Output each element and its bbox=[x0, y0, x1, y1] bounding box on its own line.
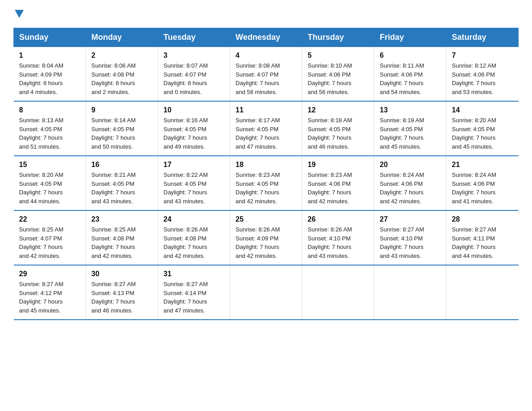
svg-marker-0 bbox=[15, 10, 24, 18]
day-info: Sunrise: 8:26 AM Sunset: 4:09 PM Dayligh… bbox=[236, 225, 296, 260]
calendar-cell: 31Sunrise: 8:27 AM Sunset: 4:14 PM Dayli… bbox=[158, 265, 230, 320]
calendar-cell: 21Sunrise: 8:24 AM Sunset: 4:06 PM Dayli… bbox=[446, 156, 519, 210]
day-number: 12 bbox=[308, 106, 369, 114]
day-number: 30 bbox=[91, 270, 152, 278]
day-info: Sunrise: 8:23 AM Sunset: 4:05 PM Dayligh… bbox=[236, 171, 296, 206]
day-info: Sunrise: 8:18 AM Sunset: 4:05 PM Dayligh… bbox=[308, 116, 369, 151]
logo-triangle-icon bbox=[15, 10, 24, 19]
day-number: 9 bbox=[91, 106, 152, 114]
calendar-cell: 4Sunrise: 8:08 AM Sunset: 4:07 PM Daylig… bbox=[230, 47, 302, 102]
day-number: 7 bbox=[452, 51, 513, 60]
day-info: Sunrise: 8:27 AM Sunset: 4:14 PM Dayligh… bbox=[163, 280, 224, 315]
calendar-week-row: 8Sunrise: 8:13 AM Sunset: 4:05 PM Daylig… bbox=[14, 101, 519, 156]
calendar-cell: 25Sunrise: 8:26 AM Sunset: 4:09 PM Dayli… bbox=[230, 210, 302, 265]
calendar-cell: 28Sunrise: 8:27 AM Sunset: 4:11 PM Dayli… bbox=[446, 210, 519, 265]
day-number: 17 bbox=[163, 161, 224, 169]
day-info: Sunrise: 8:12 AM Sunset: 4:06 PM Dayligh… bbox=[452, 61, 513, 96]
day-info: Sunrise: 8:24 AM Sunset: 4:06 PM Dayligh… bbox=[380, 171, 441, 206]
day-info: Sunrise: 8:10 AM Sunset: 4:06 PM Dayligh… bbox=[308, 61, 369, 96]
calendar-cell: 26Sunrise: 8:26 AM Sunset: 4:10 PM Dayli… bbox=[302, 210, 374, 265]
day-number: 10 bbox=[163, 106, 224, 114]
day-info: Sunrise: 8:27 AM Sunset: 4:13 PM Dayligh… bbox=[91, 280, 152, 315]
day-info: Sunrise: 8:27 AM Sunset: 4:10 PM Dayligh… bbox=[380, 225, 441, 260]
day-info: Sunrise: 8:22 AM Sunset: 4:05 PM Dayligh… bbox=[163, 171, 224, 206]
day-info: Sunrise: 8:07 AM Sunset: 4:07 PM Dayligh… bbox=[163, 61, 224, 96]
calendar-cell bbox=[374, 265, 446, 320]
day-info: Sunrise: 8:17 AM Sunset: 4:05 PM Dayligh… bbox=[236, 116, 296, 151]
day-info: Sunrise: 8:25 AM Sunset: 4:07 PM Dayligh… bbox=[19, 225, 81, 260]
day-info: Sunrise: 8:04 AM Sunset: 4:09 PM Dayligh… bbox=[19, 61, 81, 96]
calendar-table: SundayMondayTuesdayWednesdayThursdayFrid… bbox=[13, 28, 519, 320]
calendar-cell: 1Sunrise: 8:04 AM Sunset: 4:09 PM Daylig… bbox=[14, 47, 86, 102]
day-number: 3 bbox=[163, 51, 224, 60]
day-info: Sunrise: 8:21 AM Sunset: 4:05 PM Dayligh… bbox=[91, 171, 152, 206]
day-info: Sunrise: 8:20 AM Sunset: 4:05 PM Dayligh… bbox=[19, 171, 81, 206]
weekday-header-thursday: Thursday bbox=[302, 28, 374, 47]
calendar-cell: 30Sunrise: 8:27 AM Sunset: 4:13 PM Dayli… bbox=[86, 265, 158, 320]
calendar-cell: 20Sunrise: 8:24 AM Sunset: 4:06 PM Dayli… bbox=[374, 156, 446, 210]
day-number: 8 bbox=[19, 106, 81, 114]
calendar-cell: 6Sunrise: 8:11 AM Sunset: 4:06 PM Daylig… bbox=[374, 47, 446, 102]
day-info: Sunrise: 8:27 AM Sunset: 4:11 PM Dayligh… bbox=[452, 225, 513, 260]
day-number: 4 bbox=[236, 51, 296, 60]
weekday-header-tuesday: Tuesday bbox=[158, 28, 230, 47]
weekday-header-saturday: Saturday bbox=[446, 28, 519, 47]
calendar-cell: 14Sunrise: 8:20 AM Sunset: 4:05 PM Dayli… bbox=[446, 101, 519, 156]
calendar-cell: 12Sunrise: 8:18 AM Sunset: 4:05 PM Dayli… bbox=[302, 101, 374, 156]
calendar-week-row: 22Sunrise: 8:25 AM Sunset: 4:07 PM Dayli… bbox=[14, 210, 519, 265]
weekday-header-sunday: Sunday bbox=[14, 28, 86, 47]
day-info: Sunrise: 8:23 AM Sunset: 4:06 PM Dayligh… bbox=[308, 171, 369, 206]
weekday-header-wednesday: Wednesday bbox=[230, 28, 302, 47]
calendar-week-row: 15Sunrise: 8:20 AM Sunset: 4:05 PM Dayli… bbox=[14, 156, 519, 210]
day-number: 11 bbox=[236, 106, 296, 114]
weekday-header-monday: Monday bbox=[86, 28, 158, 47]
calendar-cell: 2Sunrise: 8:06 AM Sunset: 4:08 PM Daylig… bbox=[86, 47, 158, 102]
day-number: 16 bbox=[91, 161, 152, 169]
day-number: 25 bbox=[236, 215, 296, 223]
day-number: 19 bbox=[308, 161, 369, 169]
calendar-cell: 18Sunrise: 8:23 AM Sunset: 4:05 PM Dayli… bbox=[230, 156, 302, 210]
day-number: 18 bbox=[236, 161, 296, 169]
day-info: Sunrise: 8:08 AM Sunset: 4:07 PM Dayligh… bbox=[236, 61, 296, 96]
day-info: Sunrise: 8:20 AM Sunset: 4:05 PM Dayligh… bbox=[452, 116, 513, 151]
day-info: Sunrise: 8:27 AM Sunset: 4:12 PM Dayligh… bbox=[19, 280, 81, 315]
calendar-cell: 29Sunrise: 8:27 AM Sunset: 4:12 PM Dayli… bbox=[14, 265, 86, 320]
day-number: 13 bbox=[380, 106, 441, 114]
day-info: Sunrise: 8:24 AM Sunset: 4:06 PM Dayligh… bbox=[452, 171, 513, 206]
calendar-cell: 5Sunrise: 8:10 AM Sunset: 4:06 PM Daylig… bbox=[302, 47, 374, 102]
calendar-cell: 24Sunrise: 8:26 AM Sunset: 4:08 PM Dayli… bbox=[158, 210, 230, 265]
day-info: Sunrise: 8:25 AM Sunset: 4:08 PM Dayligh… bbox=[91, 225, 152, 260]
calendar-cell: 17Sunrise: 8:22 AM Sunset: 4:05 PM Dayli… bbox=[158, 156, 230, 210]
day-number: 23 bbox=[91, 215, 152, 223]
day-number: 15 bbox=[19, 161, 81, 169]
calendar-cell: 9Sunrise: 8:14 AM Sunset: 4:05 PM Daylig… bbox=[86, 101, 158, 156]
calendar-cell: 8Sunrise: 8:13 AM Sunset: 4:05 PM Daylig… bbox=[14, 101, 86, 156]
calendar-week-row: 1Sunrise: 8:04 AM Sunset: 4:09 PM Daylig… bbox=[14, 47, 519, 102]
logo bbox=[13, 9, 24, 19]
calendar-cell: 15Sunrise: 8:20 AM Sunset: 4:05 PM Dayli… bbox=[14, 156, 86, 210]
day-number: 21 bbox=[452, 161, 513, 169]
calendar-cell bbox=[230, 265, 302, 320]
day-number: 6 bbox=[380, 51, 441, 60]
calendar-cell: 19Sunrise: 8:23 AM Sunset: 4:06 PM Dayli… bbox=[302, 156, 374, 210]
day-number: 29 bbox=[19, 270, 81, 278]
day-number: 1 bbox=[19, 51, 81, 60]
calendar-cell bbox=[302, 265, 374, 320]
day-number: 26 bbox=[308, 215, 369, 223]
day-number: 5 bbox=[308, 51, 369, 60]
calendar-week-row: 29Sunrise: 8:27 AM Sunset: 4:12 PM Dayli… bbox=[14, 265, 519, 320]
day-number: 2 bbox=[91, 51, 152, 60]
calendar-cell: 23Sunrise: 8:25 AM Sunset: 4:08 PM Dayli… bbox=[86, 210, 158, 265]
calendar-cell bbox=[446, 265, 519, 320]
calendar-cell: 3Sunrise: 8:07 AM Sunset: 4:07 PM Daylig… bbox=[158, 47, 230, 102]
day-number: 14 bbox=[452, 106, 513, 114]
day-info: Sunrise: 8:19 AM Sunset: 4:05 PM Dayligh… bbox=[380, 116, 441, 151]
calendar-cell: 16Sunrise: 8:21 AM Sunset: 4:05 PM Dayli… bbox=[86, 156, 158, 210]
calendar-cell: 22Sunrise: 8:25 AM Sunset: 4:07 PM Dayli… bbox=[14, 210, 86, 265]
calendar-cell: 27Sunrise: 8:27 AM Sunset: 4:10 PM Dayli… bbox=[374, 210, 446, 265]
weekday-header-row: SundayMondayTuesdayWednesdayThursdayFrid… bbox=[14, 28, 519, 47]
day-info: Sunrise: 8:14 AM Sunset: 4:05 PM Dayligh… bbox=[91, 116, 152, 151]
day-number: 20 bbox=[380, 161, 441, 169]
day-info: Sunrise: 8:16 AM Sunset: 4:05 PM Dayligh… bbox=[163, 116, 224, 151]
day-info: Sunrise: 8:11 AM Sunset: 4:06 PM Dayligh… bbox=[380, 61, 441, 96]
